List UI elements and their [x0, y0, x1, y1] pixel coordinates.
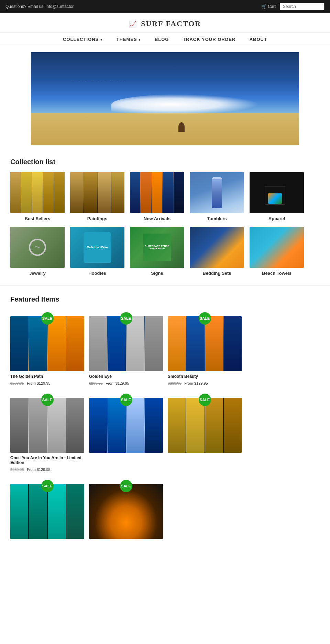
collection-item-beach-towels[interactable]: Beach Towels: [250, 227, 304, 276]
panel: [205, 316, 223, 371]
collection-item-apparel[interactable]: Apparel: [250, 172, 304, 221]
panel: [168, 398, 186, 453]
collection-item-hoodies[interactable]: Ride the Wave Hoodies: [70, 227, 124, 276]
top-bar: Questions? Email us: info@surffactor 🛒 C…: [0, 0, 330, 13]
beach-towel-image: [250, 227, 304, 268]
collection-item-best-sellers[interactable]: Best Sellers: [10, 172, 65, 221]
painting-panels: [10, 398, 84, 453]
featured-item-once-you[interactable]: SALE Once You Are In You Are In - Limite…: [10, 391, 84, 472]
featured-thumb-once-you: [10, 398, 84, 453]
panel: [66, 316, 84, 371]
featured-item-smooth-beauty[interactable]: SALE Smooth Beauty $230.95 From $129.95: [168, 309, 242, 386]
featured-thumb-blue-wave: [89, 398, 163, 453]
panel: [32, 172, 43, 213]
panel: [205, 398, 223, 453]
panel: [174, 172, 184, 213]
featured-item-golden-eye[interactable]: SALE Golden Eye $230.95 From $129.95: [89, 309, 163, 386]
tshirt-image: [265, 181, 289, 205]
hero-sand: [31, 113, 299, 145]
sale-price: From $129.95: [106, 381, 129, 385]
collection-list-title: Collection list: [10, 158, 320, 166]
collection-item-signs[interactable]: SURFBOARD FENCE NoRtH Shore Signs: [130, 227, 184, 276]
featured-item-price: $230.95 From $129.95: [10, 380, 84, 386]
panel: [98, 172, 111, 213]
featured-item-golden-sand[interactable]: SALE: [168, 391, 242, 472]
featured-title: Featured Items: [10, 295, 320, 303]
nav-collections[interactable]: COLLECTIONS ▾: [63, 37, 104, 42]
panel: [224, 316, 242, 371]
collection-item-bedding-sets[interactable]: Bedding Sets: [190, 227, 244, 276]
collection-label: Bedding Sets: [190, 271, 244, 276]
collection-item-tumblers[interactable]: Tumblers: [190, 172, 244, 221]
panel: [10, 316, 28, 371]
collection-thumb-beach-towels: [250, 227, 304, 268]
collection-label: Hoodies: [70, 271, 124, 276]
featured-thumb-golden-eye: [89, 316, 163, 371]
logo[interactable]: 📈 SURF FACTOR: [129, 19, 201, 28]
panel: [89, 398, 107, 453]
chevron-down-icon: ▾: [139, 38, 141, 42]
tshirt-design: [268, 193, 282, 204]
panel: [89, 316, 107, 371]
featured-item-blue-wave[interactable]: SALE: [89, 391, 163, 472]
collection-label: Apparel: [250, 216, 304, 221]
featured-item-teal-wave[interactable]: SALE: [10, 477, 84, 542]
nav-themes[interactable]: THEMES ▾: [116, 37, 142, 42]
panel: [10, 172, 21, 213]
collection-label: Jewelry: [10, 271, 65, 276]
featured-item-title: Smooth Beauty: [168, 374, 242, 379]
jewelry-pendant: 〜: [29, 239, 46, 256]
featured-item-golden-path[interactable]: SALE The Golden Path $230.95 From $129.9…: [10, 309, 84, 386]
sign-image: SURFBOARD FENCE NoRtH Shore: [143, 234, 171, 261]
nav-track-order[interactable]: TRACK YOUR ORDER: [183, 37, 237, 42]
featured-item-golden-burst[interactable]: SALE: [89, 477, 163, 542]
section-divider: [0, 285, 330, 286]
sale-price: From $129.95: [184, 381, 208, 385]
cart-button[interactable]: 🛒 Cart: [261, 4, 276, 9]
wave-icon: 〜: [34, 243, 41, 251]
painting-panels: [89, 398, 163, 453]
hero-banner: ⌒ ⌒ ⌒ ⌒ ⌒ ⌒ ⌒ ⌒ ⌒: [31, 52, 299, 145]
panel: [224, 398, 242, 453]
featured-thumb-golden-burst: [89, 484, 163, 539]
top-bar-right: 🛒 Cart: [261, 3, 324, 10]
featured-item-title: Golden Eye: [89, 374, 163, 379]
collection-item-jewelry[interactable]: 〜 Jewelry: [10, 227, 65, 276]
nav-about[interactable]: ABOUT: [250, 37, 267, 42]
collection-thumb-paintings: [70, 172, 124, 213]
hero-wave: [111, 94, 259, 115]
hoodie-image: Ride the Wave: [84, 232, 111, 263]
collection-item-new-arrivals[interactable]: New Arrivals: [130, 172, 184, 221]
collection-thumb-best-sellers: [10, 172, 65, 213]
collection-thumb-jewelry: 〜: [10, 227, 65, 268]
contact-info: Questions? Email us: info@surffactor: [6, 4, 74, 9]
panel: [70, 172, 83, 213]
collection-label: Best Sellers: [10, 216, 65, 221]
sale-badge: SALE: [120, 394, 132, 406]
collection-thumb-hoodies: Ride the Wave: [70, 227, 124, 268]
sale-badge: SALE: [41, 312, 54, 325]
collection-item-paintings[interactable]: Paintings: [70, 172, 124, 221]
painting-panels: [168, 398, 242, 453]
featured-item-title: Once You Are In You Are In - Limited Edi…: [10, 455, 84, 465]
new-arrivals-panels: [130, 172, 184, 213]
panel: [145, 316, 163, 371]
main-nav: COLLECTIONS ▾ THEMES ▾ BLOG TRACK YOUR O…: [0, 33, 330, 46]
sale-badge: SALE: [41, 480, 54, 492]
panel: [126, 398, 144, 453]
panel: [10, 484, 28, 539]
panel: [54, 172, 65, 213]
cart-icon: 🛒: [261, 4, 266, 9]
painting-panels: [168, 316, 242, 371]
panel: [29, 484, 47, 539]
hero-person: [178, 122, 185, 132]
featured-grid: SALE The Golden Path $230.95 From $129.9…: [10, 309, 320, 542]
panel: [111, 172, 124, 213]
panel: [152, 172, 162, 213]
search-input[interactable]: [280, 3, 324, 10]
panel: [21, 172, 32, 213]
collection-grid: Best Sellers Paintings: [10, 172, 320, 276]
cart-label: Cart: [268, 4, 276, 9]
panel: [29, 316, 47, 371]
nav-blog[interactable]: BLOG: [155, 37, 170, 42]
